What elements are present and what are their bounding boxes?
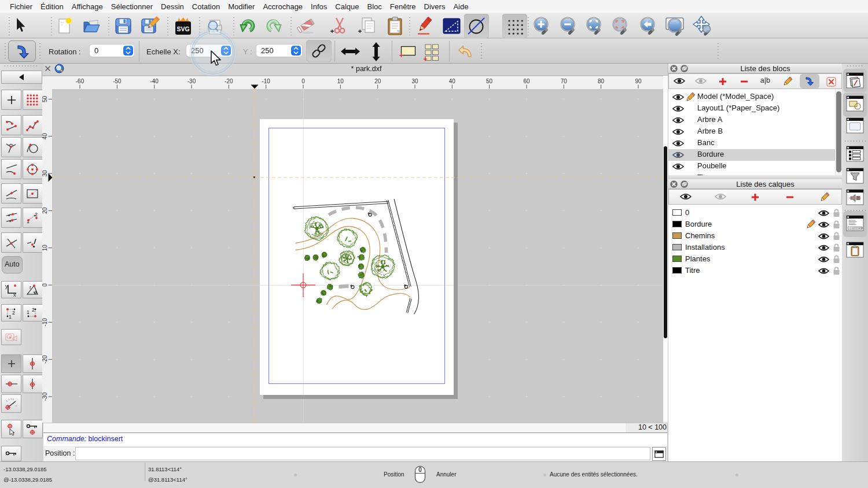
svg-text:1: 1 [27,309,30,315]
svg-text:a: a [34,289,37,295]
svg-text:c command: c command [849,227,863,230]
svg-text:-50: -50 [113,78,122,84]
svg-text:40: 40 [449,78,456,84]
svg-text:50: 50 [486,78,493,84]
svg-text:-20: -20 [225,78,233,84]
svg-text:r: r [30,284,31,290]
svg-text:10: 10 [42,245,48,252]
svg-text:2: 2 [12,310,15,316]
svg-text:-30: -30 [187,78,196,84]
svg-text:0: 0 [42,283,48,287]
svg-text:40: 40 [42,133,48,140]
svg-text:1: 1 [9,314,12,320]
svg-text:2: 2 [32,307,35,313]
svg-text:-10: -10 [262,78,270,84]
svg-text:80: 80 [598,78,605,84]
svg-text:50: 50 [42,95,48,102]
svg-text:30: 30 [42,170,48,177]
svg-text:60: 60 [523,78,530,84]
svg-text:SVG: SVG [176,25,189,32]
svg-text:70: 70 [561,78,568,84]
svg-text:-20: -20 [42,355,48,364]
svg-text:0: 0 [301,78,305,84]
svg-text:10: 10 [337,78,344,84]
svg-text:30: 30 [411,78,418,84]
svg-text:20: 20 [42,207,48,214]
svg-text:90: 90 [635,78,642,84]
svg-text:x: x [13,291,16,297]
svg-text:2: 2 [35,212,38,217]
svg-text:y: y [5,283,8,289]
svg-text:-30: -30 [42,392,48,401]
svg-text:20: 20 [374,78,381,84]
svg-text:-10: -10 [42,318,48,327]
svg-text:-40: -40 [150,78,159,84]
svg-text:-60: -60 [76,78,84,84]
